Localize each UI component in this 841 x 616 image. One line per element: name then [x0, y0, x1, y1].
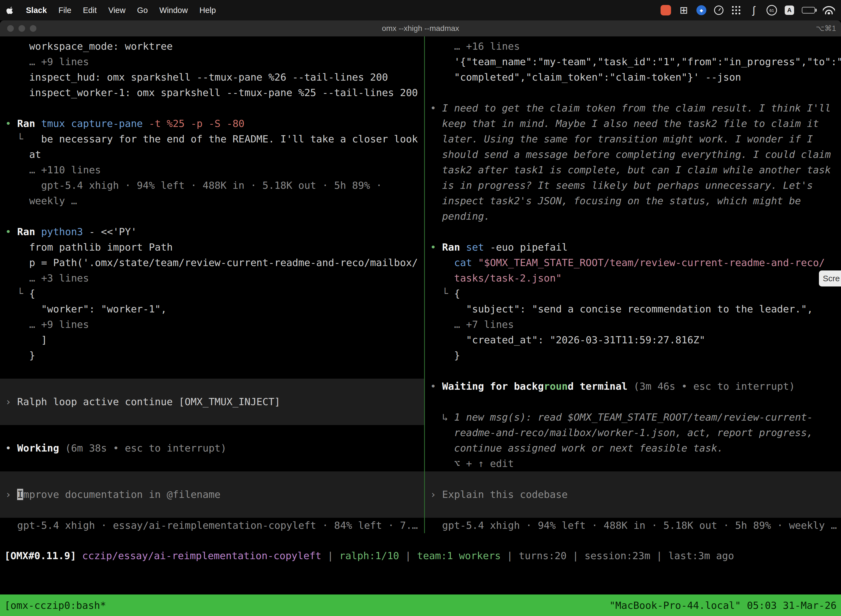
status-icons: ⊞◆ʃ61Aϟ: [661, 4, 835, 16]
compass-icon[interactable]: ◆: [696, 5, 706, 15]
omx-status-line: [OMX#0.11.9] cczip/essay/ai-reimplementa…: [0, 548, 841, 563]
battery-icon[interactable]: ϟ: [802, 7, 815, 13]
terminal-line: '{"team_name":"my-team","task_id":"1","f…: [425, 54, 841, 70]
grid-icon[interactable]: ⊞: [679, 4, 689, 16]
terminal-line: should send a message before completing …: [425, 147, 841, 162]
input-source-icon[interactable]: A: [785, 6, 794, 15]
menu-item-edit[interactable]: Edit: [83, 6, 97, 15]
terminal-line: workspace_mode: worktree: [0, 39, 424, 54]
terminal-line: tasks/task-2.json": [425, 270, 841, 286]
terminal-line: … +110 lines: [0, 162, 424, 178]
terminal-line: "created_at": "2026-03-31T11:59:27.816Z": [425, 332, 841, 348]
terminal-line: later. Using the same for transition mig…: [425, 131, 841, 147]
terminal-line: gpt-5.4 xhigh · 94% left · 488K in · 5.1…: [425, 518, 841, 533]
terminal-line: [425, 85, 841, 100]
apple-menu-icon[interactable]: [6, 6, 14, 14]
close-button[interactable]: [7, 25, 14, 32]
window-title: omx --xhigh --madmax: [0, 24, 841, 33]
left-pane[interactable]: workspace_mode: worktree … +9 lines insp…: [0, 37, 424, 533]
terminal-line: … +9 lines: [0, 54, 424, 70]
terminal-line: gpt-5.4 xhigh · 94% left · 488K in · 5.1…: [0, 178, 424, 193]
terminal-line: p = Path('.omx/state/team/review-current…: [0, 255, 424, 270]
terminal-panes: workspace_mode: worktree … +9 lines insp…: [0, 37, 841, 533]
terminal-line: ]: [0, 332, 424, 348]
screen-tooltip: Scre: [819, 270, 841, 286]
terminal-line: pending.: [425, 209, 841, 224]
hook-icon[interactable]: ʃ: [749, 4, 759, 16]
terminal-line: … +3 lines: [0, 270, 424, 286]
window-shortcut: ⌥⌘1: [816, 24, 841, 33]
terminal-line: ↳ 1 new msg(s): read $OMX_TEAM_STATE_ROO…: [425, 409, 841, 425]
terminal-line: }: [0, 348, 424, 363]
zoom-button[interactable]: [30, 25, 37, 32]
terminal-line: [0, 100, 424, 116]
terminal-line: "worker": "worker-1",: [0, 301, 424, 317]
window-title-bar: omx --xhigh --madmax ⌥⌘1: [0, 21, 841, 37]
tmux-status-bar: [omx-cczip0:bash* "MacBook-Pro-44.local"…: [0, 594, 841, 616]
terminal-line: from pathlib import Path: [0, 239, 424, 255]
terminal-line: }: [425, 348, 841, 363]
menu-item-window[interactable]: Window: [160, 6, 188, 15]
terminal-line: [0, 363, 424, 378]
minimize-button[interactable]: [19, 25, 25, 32]
terminal-line: gpt-5.4 xhigh · essay/ai-reimplementatio…: [0, 518, 424, 533]
terminal-line: at: [0, 147, 424, 162]
terminal-line: • Ran set -euo pipefail: [425, 239, 841, 255]
terminal-line: cat "$OMX_TEAM_STATE_ROOT/team/review-cu…: [425, 255, 841, 270]
terminal-line: • Waiting for background terminal (3m 46…: [425, 378, 841, 394]
clock-icon[interactable]: [714, 6, 724, 15]
terminal-line: … +16 lines: [425, 39, 841, 54]
terminal-line: └ be necessary for the end of the README…: [0, 131, 424, 147]
menu-item-go[interactable]: Go: [137, 6, 148, 15]
wifi-icon[interactable]: [823, 6, 835, 14]
right-pane[interactable]: … +16 lines '{"team_name":"my-team","tas…: [425, 37, 841, 533]
menu-item-slack[interactable]: Slack: [26, 6, 47, 15]
menu-left: SlackFileEditViewGoWindowHelp: [6, 6, 216, 15]
menu-item-view[interactable]: View: [108, 6, 126, 15]
terminal-line: └ {: [0, 286, 424, 301]
screen-recording-indicator[interactable]: [661, 5, 671, 15]
terminal-line: [425, 224, 841, 239]
tmux-session-window[interactable]: [omx-cczip0:bash*: [4, 600, 106, 611]
menu-item-help[interactable]: Help: [199, 6, 216, 15]
terminal-line: task2 after task1 is complete, but can I…: [425, 162, 841, 178]
terminal-line: [425, 394, 841, 409]
menu-bar: SlackFileEditViewGoWindowHelp ⊞◆ʃ61Aϟ: [0, 0, 841, 21]
terminal-line: keep that in mind. Maybe I also need the…: [425, 116, 841, 131]
menu-items: SlackFileEditViewGoWindowHelp: [26, 6, 216, 15]
terminal-line: ⌥ + ↑ edit: [425, 456, 841, 471]
terminal-line: • Ran python3 - <<'PY': [0, 224, 424, 239]
terminal-line: "completed","claim_token":"claim-token"}…: [425, 70, 841, 85]
terminal-line: [425, 363, 841, 378]
menu-item-file[interactable]: File: [59, 6, 72, 15]
prompt-input-row[interactable]: › Improve documentation in @filename: [0, 471, 424, 518]
tmux-host-clock: "MacBook-Pro-44.local" 05:03 31-Mar-26: [609, 600, 837, 611]
terminal-line: └ {: [425, 286, 841, 301]
terminal-line: [0, 425, 424, 440]
prompt-input-row[interactable]: › Ralph loop active continue [OMX_TMUX_I…: [0, 378, 424, 425]
terminal-line: … +9 lines: [0, 317, 424, 332]
terminal-line: readme-and-reco/mailbox/worker-1.json, a…: [425, 425, 841, 440]
terminal-line: [0, 209, 424, 224]
terminal-line: continue assigned work or next feasible …: [425, 440, 841, 456]
prompt-input-row[interactable]: › Explain this codebase: [425, 471, 841, 518]
terminal-line: … +7 lines: [425, 317, 841, 332]
terminal-line: "subject": "send a concise recommendatio…: [425, 301, 841, 317]
terminal-line: inspect_worker-1: omx sparkshell --tmux-…: [0, 85, 424, 100]
dots-grid-icon[interactable]: [731, 5, 741, 15]
terminal-line: • Working (6m 38s • esc to interrupt): [0, 440, 424, 456]
terminal-line: [0, 456, 424, 471]
terminal-line: inspect task2's JSON, focusing on the st…: [425, 193, 841, 209]
terminal-line: inspect_hud: omx sparkshell --tmux-pane …: [0, 70, 424, 85]
terminal-line: • Ran tmux capture-pane -t %25 -p -S -80: [0, 116, 424, 131]
terminal-line: weekly …: [0, 193, 424, 209]
gauge-icon[interactable]: 61: [766, 5, 777, 15]
terminal-line: • I need to get the claim token from the…: [425, 100, 841, 116]
terminal-line: is in progress? It seems likely but perh…: [425, 178, 841, 193]
traffic-lights: [0, 25, 37, 32]
